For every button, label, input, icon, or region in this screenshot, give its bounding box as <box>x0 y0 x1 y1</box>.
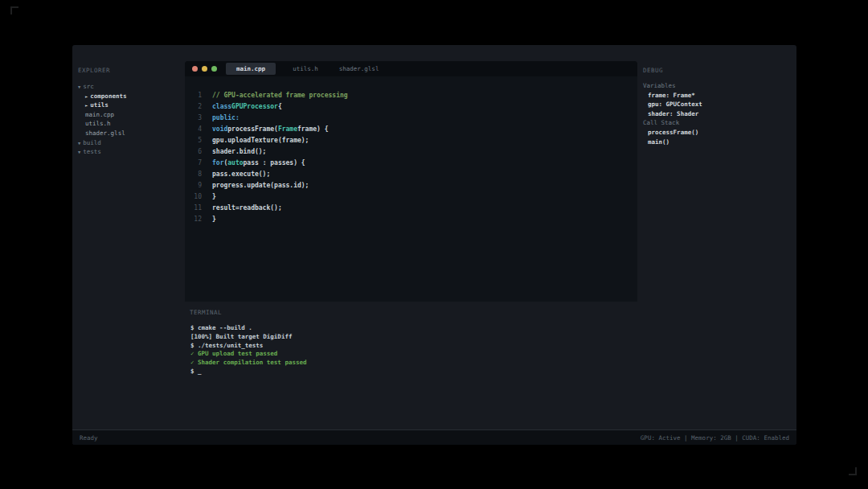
line-number: 11 <box>185 203 202 214</box>
tree-item-label: tests <box>83 148 101 155</box>
tree-file-shader.glsl[interactable]: shader.glsl <box>72 129 185 138</box>
chevron-right-icon[interactable]: ► <box>85 101 88 111</box>
code-text: } <box>212 214 216 225</box>
line-number: 4 <box>185 124 202 135</box>
debug-entry[interactable]: processFrame() <box>637 128 796 138</box>
code-token-kw: void <box>212 125 227 133</box>
code-line-11[interactable]: 11result=readback(); <box>185 203 637 214</box>
code-token-plain: pass.execute(); <box>212 171 270 178</box>
tab-utils.h[interactable]: utils.h <box>282 63 329 75</box>
terminal-output: $ cmake --build .[100%] Built target Dig… <box>190 324 637 376</box>
status-right: GPU: Active | Memory: 2GB | CUDA: Enable… <box>641 434 789 442</box>
tree-folder-build[interactable]: ▼build <box>72 138 185 148</box>
editor-panel: main.cpputils.hshader.glsl 1// GPU-accel… <box>185 61 637 302</box>
tree-file-utils.h[interactable]: utils.h <box>72 119 185 129</box>
code-token-plain: shader.bind(); <box>212 148 266 155</box>
close-window-button[interactable] <box>192 66 198 72</box>
debug-entry[interactable]: frame: Frame* <box>637 91 796 101</box>
tab-shader.glsl[interactable]: shader.glsl <box>329 63 390 75</box>
code-line-8[interactable]: 8pass.execute(); <box>185 169 637 180</box>
debug-entry[interactable]: gpu: GPUContext <box>637 100 796 109</box>
explorer-panel: EXPLORER ▼src►components►utilsmain.cpput… <box>72 45 185 429</box>
code-text: progress.update(pass.id); <box>212 180 309 191</box>
status-left: Ready <box>80 434 98 442</box>
code-token-type: GPUProcessor <box>231 103 278 110</box>
debug-body: Variablesframe: Frame*gpu: GPUContextsha… <box>637 81 796 146</box>
tree-folder-tests[interactable]: ▼tests <box>72 147 185 157</box>
code-line-7[interactable]: 7for(autopass : passes) { <box>185 158 637 169</box>
code-token-type: auto <box>227 159 243 166</box>
code-line-4[interactable]: 4voidprocessFrame(Frameframe) { <box>185 124 637 135</box>
line-number: 12 <box>185 214 202 225</box>
terminal-line: ✓ Shader compilation test passed <box>190 359 637 368</box>
tree-item-label: utils.h <box>85 120 111 127</box>
code-text: } <box>212 191 216 203</box>
terminal-line: $ cmake --build . <box>190 324 637 333</box>
code-line-3[interactable]: 3public: <box>185 113 637 124</box>
code-text: voidprocessFrame(Frameframe) { <box>212 124 329 135</box>
code-text: classGPUProcessor{ <box>212 101 282 113</box>
minimize-window-button[interactable] <box>202 66 207 72</box>
tree-folder-src[interactable]: ▼src <box>72 82 185 92</box>
corner-mark-bottom-right-icon <box>849 467 857 475</box>
code-line-5[interactable]: 5gpu.uploadTexture(frame); <box>185 135 637 146</box>
code-text: public: <box>212 113 240 124</box>
code-token-plain: pass : passes) { <box>244 159 305 166</box>
tree-item-label: build <box>83 139 101 146</box>
terminal-line: [100%] Built target DigiDiff <box>190 333 637 342</box>
code-token-kw: public: <box>212 114 240 121</box>
tree-folder-utils[interactable]: ►utils <box>72 101 185 110</box>
code-token-plain: processFrame( <box>227 125 278 133</box>
ide-window: EXPLORER ▼src►components►utilsmain.cpput… <box>72 45 796 445</box>
line-number: 10 <box>185 191 202 203</box>
corner-mark-top-left-icon <box>10 6 18 14</box>
line-number: 9 <box>185 180 202 191</box>
code-area[interactable]: 1// GPU-accelerated frame processing2cla… <box>185 76 637 302</box>
code-token-type: Frame <box>278 125 297 133</box>
tree-item-label: components <box>90 92 126 100</box>
line-number: 6 <box>185 146 202 158</box>
code-line-9[interactable]: 9progress.update(pass.id); <box>185 180 637 191</box>
tree-folder-components[interactable]: ►components <box>72 92 185 101</box>
debug-title: DEBUG <box>643 67 663 74</box>
tree-item-label: utils <box>90 101 108 109</box>
line-number: 3 <box>185 113 202 124</box>
status-bar: Ready GPU: Active | Memory: 2GB | CUDA: … <box>72 429 796 445</box>
debug-entry[interactable]: main() <box>637 138 796 147</box>
terminal-panel[interactable]: TERMINAL $ cmake --build .[100%] Built t… <box>185 302 637 429</box>
tree-item-label: src <box>83 83 94 90</box>
code-text: // GPU-accelerated frame processing <box>212 90 348 101</box>
code-line-6[interactable]: 6shader.bind(); <box>185 146 637 158</box>
code-line-2[interactable]: 2classGPUProcessor{ <box>185 101 637 113</box>
code-line-12[interactable]: 12} <box>185 214 637 225</box>
code-token-plain: progress.update(pass.id); <box>212 182 309 189</box>
file-tree: ▼src►components►utilsmain.cpputils.hshad… <box>72 82 185 157</box>
tree-item-label: main.cpp <box>85 111 114 118</box>
screen: EXPLORER ▼src►components►utilsmain.cpput… <box>0 0 868 489</box>
code-token-comment: // GPU-accelerated frame processing <box>212 92 348 99</box>
tree-file-main.cpp[interactable]: main.cpp <box>72 110 185 120</box>
tab-bar: main.cpputils.hshader.glsl <box>185 61 637 76</box>
chevron-down-icon[interactable]: ▼ <box>78 148 80 158</box>
terminal-title: TERMINAL <box>190 309 222 316</box>
tab-main.cpp[interactable]: main.cpp <box>226 63 276 75</box>
code-line-1[interactable]: 1// GPU-accelerated frame processing <box>185 90 637 101</box>
terminal-line: $ _ <box>190 368 637 376</box>
chevron-down-icon[interactable]: ▼ <box>78 83 80 92</box>
terminal-line: ✓ GPU upload test passed <box>190 350 637 359</box>
debug-section-call-stack[interactable]: Call Stack <box>637 118 796 128</box>
debug-entry[interactable]: shader: Shader <box>637 109 796 119</box>
chevron-right-icon[interactable]: ► <box>85 92 88 101</box>
line-number: 7 <box>185 158 202 169</box>
code-token-plain: } <box>212 216 216 223</box>
line-number: 8 <box>185 169 202 180</box>
maximize-window-button[interactable] <box>211 66 217 72</box>
debug-section-variables[interactable]: Variables <box>637 81 796 91</box>
code-line-10[interactable]: 10} <box>185 191 637 203</box>
line-number: 2 <box>185 101 202 113</box>
line-number: 5 <box>185 135 202 146</box>
code-text: pass.execute(); <box>212 169 270 180</box>
chevron-down-icon[interactable]: ▼ <box>78 138 80 148</box>
debug-panel: DEBUG Variablesframe: Frame*gpu: GPUCont… <box>637 45 796 429</box>
window-controls <box>192 66 217 72</box>
